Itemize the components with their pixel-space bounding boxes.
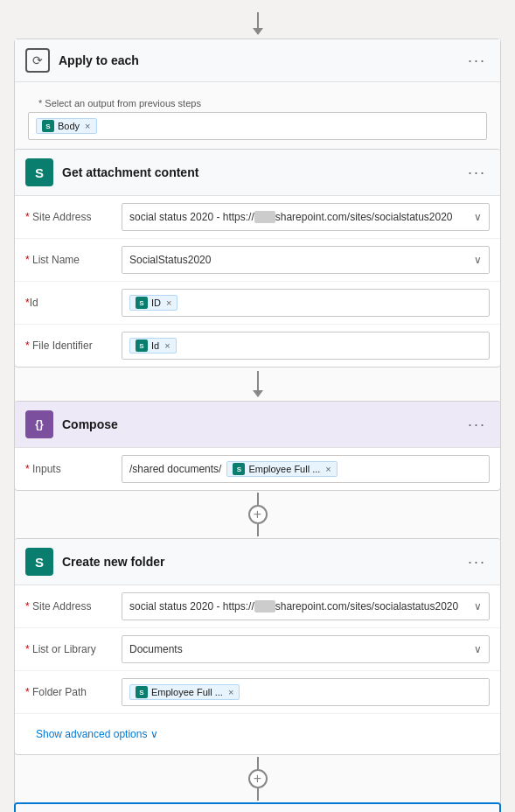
- field-value-folder-site[interactable]: social status 2020 - https://sharepoint.…: [122, 592, 490, 620]
- inputs-token-icon: S: [233, 463, 245, 475]
- apply-to-each-menu[interactable]: ···: [464, 50, 490, 72]
- field-value-site-address[interactable]: social status 2020 - https://sharepoint.…: [122, 203, 490, 231]
- compose-title: Compose: [62, 417, 456, 431]
- plus-connector-1: +: [248, 493, 268, 536]
- compose-header: {} Compose ···: [15, 402, 500, 448]
- field-value-inputs[interactable]: /shared documents/ S Employee Full ... ×: [122, 455, 490, 483]
- apply-to-each-icon: ⟳: [25, 48, 50, 73]
- plus-line-bottom-1: [257, 524, 259, 536]
- field-value-list-name[interactable]: SocialStatus2020 ∨: [122, 246, 490, 274]
- file-id-token-label: Id: [151, 340, 159, 351]
- field-value-list-library[interactable]: Documents ∨: [122, 635, 490, 663]
- field-row-folder-path: * Folder Path S Employee Full ... ×: [15, 671, 500, 714]
- apply-to-each-card: ⟳ Apply to each ··· * Select an output f…: [14, 38, 501, 812]
- create-folder-card: S Create new folder ··· * Site Address s…: [14, 538, 501, 755]
- plus-connector-2: +: [248, 757, 268, 801]
- id-token-icon: S: [136, 297, 148, 309]
- folder-path-token[interactable]: S Employee Full ... ×: [129, 684, 240, 700]
- page-wrapper: ⟳ Apply to each ··· * Select an output f…: [0, 0, 515, 812]
- field-label-site-address: * Site Address: [25, 211, 122, 223]
- plus-button-1[interactable]: +: [248, 505, 268, 524]
- field-row-list-library: * List or Library Documents ∨: [15, 628, 500, 671]
- create-folder-menu[interactable]: ···: [464, 551, 490, 573]
- create-file-card: S Create file i ··· * Site Address socia…: [14, 802, 501, 812]
- id-token-close[interactable]: ×: [166, 298, 171, 308]
- list-library-dropdown-icon: ∨: [474, 643, 482, 655]
- field-row-file-id: * File Identifier S Id ×: [15, 325, 500, 367]
- apply-to-each-header: ⟳ Apply to each ···: [15, 39, 500, 82]
- folder-site-dropdown-icon: ∨: [474, 600, 482, 612]
- list-library-value: Documents: [129, 643, 183, 655]
- create-folder-icon: S: [25, 548, 53, 576]
- get-attachment-title: Get attachment content: [62, 165, 456, 179]
- compose-menu[interactable]: ···: [464, 414, 490, 436]
- body-token-close[interactable]: ×: [85, 121, 90, 131]
- apply-to-each-title: Apply to each: [59, 53, 456, 67]
- field-row-inputs: * Inputs /shared documents/ S Employee F…: [15, 448, 500, 490]
- folder-path-token-label: Employee Full ...: [151, 687, 223, 697]
- inputs-text-before: /shared documents/: [129, 463, 221, 475]
- field-label-inputs: * Inputs: [25, 463, 122, 475]
- compose-card: {} Compose ··· * Inputs /shared document…: [14, 401, 501, 491]
- inputs-token-label: Employee Full ...: [248, 464, 320, 474]
- file-id-token[interactable]: S Id ×: [129, 338, 177, 354]
- get-attachment-header: S Get attachment content ···: [15, 150, 500, 196]
- compose-body: * Inputs /shared documents/ S Employee F…: [15, 448, 500, 490]
- inputs-token-close[interactable]: ×: [325, 464, 331, 474]
- compose-icon: {}: [25, 410, 53, 438]
- id-token[interactable]: S ID ×: [129, 295, 177, 311]
- field-row-id: *Id S ID ×: [15, 282, 500, 325]
- apply-to-each-body: * Select an output from previous steps S…: [15, 82, 500, 812]
- id-token-label: ID: [151, 298, 161, 308]
- body-token-label: Body: [58, 121, 80, 131]
- field-label-file-id: * File Identifier: [25, 340, 122, 352]
- folder-path-token-close[interactable]: ×: [228, 687, 233, 697]
- get-attachment-menu[interactable]: ···: [464, 162, 490, 184]
- body-token[interactable]: S Body ×: [36, 118, 97, 134]
- inputs-token[interactable]: S Employee Full ... ×: [226, 461, 337, 477]
- get-attachment-body: * Site Address social status 2020 - http…: [15, 196, 500, 367]
- field-value-folder-path[interactable]: S Employee Full ... ×: [122, 678, 490, 706]
- select-output-field[interactable]: S Body ×: [28, 112, 487, 140]
- show-advanced-label: Show advanced options: [36, 728, 147, 740]
- field-label-folder-path: * Folder Path: [25, 686, 122, 698]
- field-label-folder-site: * Site Address: [25, 600, 122, 612]
- field-row-folder-site: * Site Address social status 2020 - http…: [15, 585, 500, 628]
- field-label-list-name: * List Name: [25, 254, 122, 266]
- field-value-id[interactable]: S ID ×: [122, 289, 490, 317]
- file-id-token-icon: S: [136, 340, 148, 352]
- field-row-site-address: * Site Address social status 2020 - http…: [15, 196, 500, 239]
- field-label-id: *Id: [25, 297, 122, 309]
- select-output-label: * Select an output from previous steps: [28, 91, 487, 112]
- field-row-list-name: * List Name SocialStatus2020 ∨: [15, 239, 500, 282]
- field-label-list-library: * List or Library: [25, 643, 122, 655]
- show-advanced-chevron: ∨: [150, 728, 158, 740]
- create-folder-header: S Create new folder ···: [15, 539, 500, 585]
- body-token-icon: S: [42, 120, 54, 132]
- list-name-value: SocialStatus2020: [129, 254, 211, 266]
- get-attachment-icon: S: [25, 158, 53, 186]
- list-name-dropdown-icon: ∨: [474, 254, 482, 266]
- create-folder-title: Create new folder: [62, 555, 456, 569]
- get-attachment-card: S Get attachment content ··· * Site Addr…: [14, 149, 501, 368]
- plus-line-bottom-2: [257, 788, 259, 801]
- create-folder-body: * Site Address social status 2020 - http…: [15, 585, 500, 754]
- plus-line-top-1: [257, 493, 259, 505]
- plus-line-top-2: [257, 757, 259, 769]
- arrow-1: [253, 371, 263, 397]
- plus-button-2[interactable]: +: [248, 769, 268, 788]
- field-value-file-id[interactable]: S Id ×: [122, 332, 490, 360]
- file-id-token-close[interactable]: ×: [164, 340, 170, 351]
- folder-site-value: social status 2020 - https://sharepoint.…: [129, 600, 458, 612]
- top-arrow: [253, 12, 263, 35]
- site-address-dropdown-icon: ∨: [474, 211, 482, 223]
- folder-path-token-icon: S: [136, 686, 148, 698]
- show-advanced-row: Show advanced options ∨: [15, 714, 500, 754]
- site-address-value: social status 2020 - https://sharepoint.…: [129, 211, 453, 223]
- create-file-header: S Create file i ···: [16, 804, 499, 812]
- show-advanced-button[interactable]: Show advanced options ∨: [25, 721, 169, 747]
